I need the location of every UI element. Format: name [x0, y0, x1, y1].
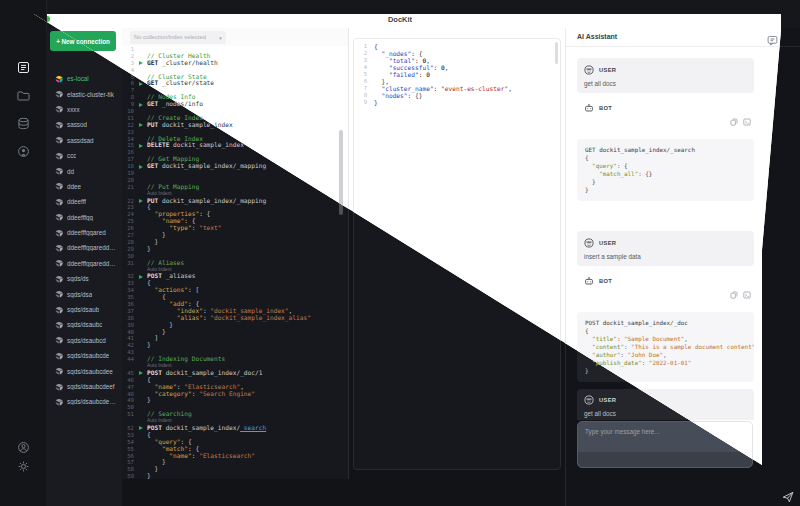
editor-scrollbar[interactable] — [339, 130, 343, 215]
run-query-button[interactable] — [139, 199, 143, 203]
connection-name: elastic-cluster-tik — [67, 91, 114, 98]
elasticsearch-icon — [55, 367, 63, 375]
user-avatar-icon — [584, 395, 594, 405]
connection-name: xxxx — [67, 106, 80, 113]
user-avatar-icon — [584, 65, 594, 75]
connection-item[interactable]: sgds/dsaubcde — [46, 348, 122, 363]
connection-sidebar: + New connection es-localelastic-cluster… — [46, 28, 122, 506]
run-query-button[interactable] — [139, 144, 143, 148]
connection-item[interactable]: sgds/dsaubcdee — [46, 363, 122, 378]
rail-icon-group — [0, 61, 46, 158]
connection-item[interactable]: sgds/ds — [46, 271, 122, 286]
bot-message-header: BOT — [577, 102, 754, 113]
send-message-button[interactable] — [782, 489, 794, 501]
chat-feedback-icon[interactable] — [767, 32, 778, 43]
rail-icon-database[interactable] — [17, 117, 30, 130]
bot-message-header: BOT — [577, 275, 754, 286]
bot-role-label: BOT — [599, 278, 612, 284]
rail-icon-github[interactable] — [17, 145, 30, 158]
elasticsearch-icon — [55, 167, 63, 175]
ai-panel-title: AI Assistant — [577, 33, 617, 40]
results-line: 9} — [356, 99, 558, 106]
bot-message-actions — [577, 118, 754, 126]
index-selector-dropdown[interactable]: No collection/index selected ▾ — [130, 31, 226, 44]
connection-name: dd — [67, 168, 74, 175]
elasticsearch-icon — [55, 136, 63, 144]
elasticsearch-icon — [55, 121, 63, 129]
elasticsearch-icon — [55, 229, 63, 237]
connection-item[interactable]: es-local — [46, 71, 122, 86]
run-query-button[interactable] — [139, 82, 143, 86]
elasticsearch-icon — [55, 383, 63, 391]
rail-icon-editor[interactable] — [17, 61, 30, 74]
elasticsearch-icon — [55, 352, 63, 360]
connection-name: sgds/dsaub — [67, 306, 99, 313]
activity-rail — [0, 0, 47, 506]
run-query-button[interactable] — [139, 123, 143, 127]
connection-item[interactable]: ddeefffggared — [46, 225, 122, 240]
rail-icon-folder[interactable] — [17, 89, 30, 102]
connection-item[interactable]: ddeefffgg — [46, 210, 122, 225]
run-query-button[interactable] — [139, 165, 143, 169]
user-message-text: get all docs — [584, 80, 747, 87]
editor-line: 49} — [122, 397, 348, 404]
rail-icon-settings[interactable] — [17, 460, 30, 473]
connection-item[interactable]: sassod — [46, 117, 122, 132]
connection-item[interactable]: sassdsad — [46, 133, 122, 148]
results-line: 8 "nodes": {} — [356, 92, 558, 99]
insert-to-editor-icon[interactable] — [743, 118, 751, 126]
connection-name: ccc — [67, 152, 76, 159]
connection-name: ddeefff — [67, 198, 86, 205]
user-message: USERinsert a sample data — [577, 231, 754, 266]
connection-item[interactable]: sgds/dsaubcdeef — [46, 379, 122, 394]
elasticsearch-icon — [55, 198, 63, 206]
connection-name: ddeefffggareddsgd — [67, 244, 118, 251]
elasticsearch-icon — [55, 152, 63, 160]
connection-name: sgds/dsaubcd — [67, 337, 106, 344]
bot-avatar-icon — [584, 103, 594, 113]
elasticsearch-icon — [55, 90, 63, 98]
connection-name: sgds/dsaubcde — [67, 352, 109, 359]
connection-item[interactable]: ccc — [46, 148, 122, 163]
elasticsearch-icon — [55, 321, 63, 329]
connection-item[interactable]: sgds/dsa — [46, 286, 122, 301]
connection-item[interactable]: elastic-cluster-tik — [46, 86, 122, 101]
connection-item[interactable]: dd — [46, 163, 122, 178]
connection-name: ddeefffggareddsgdaredd — [67, 260, 118, 267]
copy-icon[interactable] — [730, 291, 738, 299]
results-scrollbar[interactable] — [555, 42, 558, 64]
connection-item[interactable]: ddeefffggareddsgd — [46, 240, 122, 255]
user-message: USERget all docs — [577, 58, 754, 93]
editor-line: 31// Aliases — [122, 260, 348, 267]
rail-icon-user[interactable] — [17, 441, 30, 454]
connection-item[interactable]: sgds/dsaubcd — [46, 333, 122, 348]
connection-item[interactable]: xxxx — [46, 102, 122, 117]
editor-line: 48 "category": "Search Engine" — [122, 391, 348, 398]
copy-icon[interactable] — [730, 118, 738, 126]
run-query-button[interactable] — [139, 426, 143, 430]
connection-name: sgds/dsaubcdeefg — [67, 398, 118, 405]
run-query-button[interactable] — [139, 371, 143, 375]
run-query-button[interactable] — [139, 103, 143, 107]
connection-name: sassdsad — [67, 137, 94, 144]
connection-name: ddee — [67, 183, 81, 190]
bot-role-label: BOT — [599, 105, 612, 111]
connection-item[interactable]: sgds/dsaub — [46, 302, 122, 317]
results-line: 3 "total": 0, — [356, 57, 558, 64]
connection-item[interactable]: ddeefff — [46, 194, 122, 209]
connection-item[interactable]: sgds/dsaubcdeefg — [46, 394, 122, 409]
run-query-button[interactable] — [139, 61, 143, 65]
connection-item[interactable]: ddeefffggareddsgdaredd — [46, 256, 122, 271]
connection-list: es-localelastic-cluster-tikxxxxsassodsas… — [46, 71, 122, 506]
elasticsearch-icon — [55, 336, 63, 344]
connection-item[interactable]: ddee — [46, 179, 122, 194]
connection-name: sgds/dsaubc — [67, 321, 102, 328]
insert-to-editor-icon[interactable] — [743, 291, 751, 299]
connection-item[interactable]: sgds/dsaubc — [46, 317, 122, 332]
connection-name: sgds/dsaubcdee — [67, 368, 113, 375]
user-message-text: insert a sample data — [584, 253, 747, 260]
run-query-button[interactable] — [139, 275, 143, 279]
results-line: 2 "_nodes": { — [356, 50, 558, 57]
connection-name: sgds/dsa — [67, 291, 92, 298]
editor-line: 42} — [122, 342, 348, 349]
